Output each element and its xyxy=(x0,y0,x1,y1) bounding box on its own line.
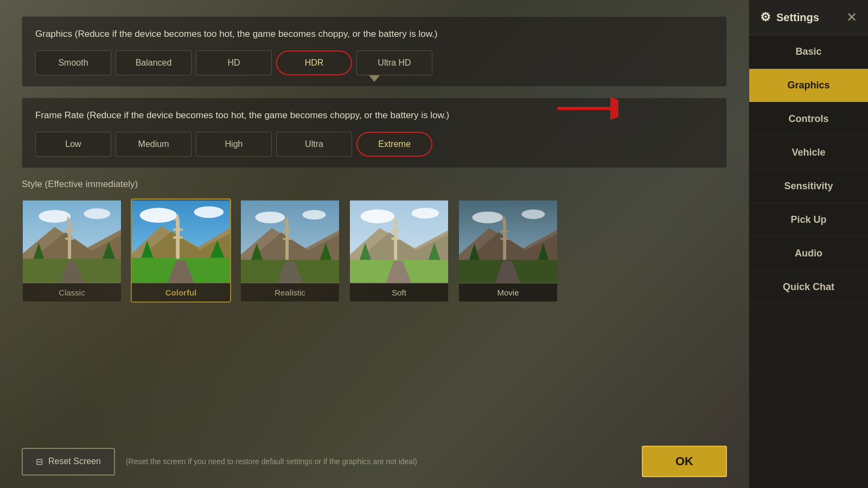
svg-point-54 xyxy=(521,209,545,219)
style-card-realistic[interactable]: Realistic xyxy=(240,198,340,303)
quality-btn-hd[interactable]: HD xyxy=(196,50,272,75)
framerate-btn-low[interactable]: Low xyxy=(35,132,111,157)
svg-rect-61 xyxy=(500,238,509,240)
sidebar-item-audio[interactable]: Audio xyxy=(749,237,868,271)
style-thumb-soft xyxy=(350,200,448,284)
framerate-buttons: Low Medium High Ultra Extreme xyxy=(35,132,713,157)
style-name-classic: Classic xyxy=(23,284,121,301)
svg-rect-47 xyxy=(391,230,400,232)
quality-btn-balanced[interactable]: Balanced xyxy=(116,50,192,75)
hdr-pointer xyxy=(369,75,380,82)
sidebar-item-basic[interactable]: Basic xyxy=(749,35,868,69)
graphics-quality-section: Graphics (Reduce if the device becomes t… xyxy=(22,16,727,87)
sidebar-item-vehicle[interactable]: Vehicle xyxy=(749,136,868,170)
svg-point-1 xyxy=(39,210,71,222)
monitor-icon: ⊟ xyxy=(36,457,43,467)
framerate-section: Frame Rate (Reduce if the device becomes… xyxy=(22,98,727,168)
main-panel: Graphics (Reduce if the device becomes t… xyxy=(0,0,749,488)
style-label: Style (Effective immediately) xyxy=(22,179,727,190)
framerate-btn-medium[interactable]: Medium xyxy=(116,132,192,157)
sidebar-item-pickup[interactable]: Pick Up xyxy=(749,203,868,237)
reset-hint-text: (Reset the screen if you need to restore… xyxy=(126,457,631,466)
framerate-btn-ultra[interactable]: Ultra xyxy=(276,132,352,157)
svg-rect-48 xyxy=(391,237,400,240)
style-thumb-classic xyxy=(23,200,121,284)
framerate-btn-extreme[interactable]: Extreme xyxy=(356,132,432,157)
style-thumb-movie xyxy=(459,200,557,284)
svg-point-40 xyxy=(361,209,395,223)
style-card-colorful[interactable]: Colorful xyxy=(131,198,231,303)
framerate-label: Frame Rate (Reduce if the device becomes… xyxy=(35,109,713,122)
style-grid: Classic xyxy=(22,198,727,303)
style-card-movie[interactable]: Movie xyxy=(458,198,558,303)
style-card-soft[interactable]: Soft xyxy=(349,198,449,303)
bottom-bar: ⊟ Reset Screen (Reset the screen if you … xyxy=(22,446,727,477)
graphics-quality-label: Graphics (Reduce if the device becomes t… xyxy=(35,28,713,41)
style-name-realistic: Realistic xyxy=(241,284,339,301)
svg-rect-6 xyxy=(68,221,71,258)
svg-rect-58 xyxy=(503,222,506,259)
svg-rect-21 xyxy=(173,228,183,230)
reset-screen-label: Reset Screen xyxy=(48,457,101,466)
svg-point-53 xyxy=(472,211,503,223)
style-card-classic[interactable]: Classic xyxy=(22,198,122,303)
style-thumb-realistic xyxy=(241,200,339,284)
svg-rect-9 xyxy=(65,237,74,240)
sidebar-item-quickchat[interactable]: Quick Chat xyxy=(749,271,868,304)
sidebar-header: ⚙ Settings ✕ xyxy=(749,0,868,35)
style-name-soft: Soft xyxy=(350,284,448,301)
svg-point-2 xyxy=(84,208,111,219)
style-name-colorful: Colorful xyxy=(132,284,230,301)
sidebar-item-controls[interactable]: Controls xyxy=(749,102,868,136)
svg-rect-35 xyxy=(283,238,291,240)
svg-rect-45 xyxy=(394,222,397,259)
style-thumb-colorful xyxy=(132,200,230,284)
settings-title-text: Settings xyxy=(776,11,819,24)
gear-icon: ⚙ xyxy=(760,10,771,24)
svg-rect-32 xyxy=(285,222,289,259)
style-name-movie: Movie xyxy=(459,284,557,301)
ok-button[interactable]: OK xyxy=(642,446,727,477)
framerate-btn-high[interactable]: High xyxy=(196,132,272,157)
svg-point-41 xyxy=(411,208,439,219)
style-section: Style (Effective immediately) xyxy=(22,179,727,303)
settings-title: ⚙ Settings xyxy=(760,10,819,24)
svg-rect-22 xyxy=(173,236,183,239)
sidebar-item-sensitivity[interactable]: Sensitivity xyxy=(749,170,868,203)
svg-point-27 xyxy=(255,211,285,223)
quality-btn-smooth[interactable]: Smooth xyxy=(35,50,111,75)
svg-rect-60 xyxy=(500,230,509,232)
reset-screen-button[interactable]: ⊟ Reset Screen xyxy=(22,448,115,476)
sidebar-item-graphics[interactable]: Graphics xyxy=(749,69,868,102)
svg-rect-34 xyxy=(283,230,291,232)
quality-btn-hdr[interactable]: HDR xyxy=(276,50,352,75)
graphics-quality-buttons: Smooth Balanced HD HDR Ultra HD xyxy=(35,50,713,75)
svg-rect-19 xyxy=(176,220,180,258)
quality-btn-ultrahd[interactable]: Ultra HD xyxy=(356,50,432,75)
close-button[interactable]: ✕ xyxy=(846,10,857,25)
sidebar: ⚙ Settings ✕ Basic Graphics Controls Veh… xyxy=(749,0,868,488)
svg-point-28 xyxy=(302,210,326,220)
svg-point-15 xyxy=(194,206,224,218)
svg-rect-8 xyxy=(65,229,74,232)
svg-point-14 xyxy=(140,208,177,222)
